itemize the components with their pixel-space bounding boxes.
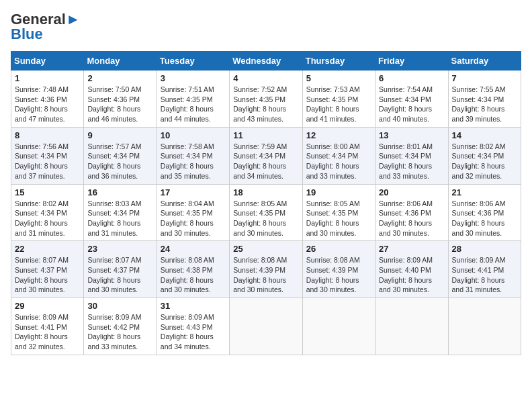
day-info: Sunrise: 8:03 AMSunset: 4:34 PMDaylight:… [87,199,152,238]
day-info: Sunrise: 7:55 AMSunset: 4:34 PMDaylight:… [452,85,517,124]
day-info: Sunrise: 8:08 AMSunset: 4:39 PMDaylight:… [233,255,298,295]
calendar-cell: 27Sunrise: 8:09 AMSunset: 4:40 PMDayligh… [375,241,448,298]
day-number: 20 [379,187,444,197]
page-header: General► Blue [11,11,521,43]
day-number: 8 [15,130,80,140]
calendar: SundayMondayTuesdayWednesdayThursdayFrid… [11,51,521,355]
calendar-cell: 6Sunrise: 7:54 AMSunset: 4:34 PMDaylight… [375,71,448,128]
logo-blue: Blue [11,26,43,43]
weekday-header-row: SundayMondayTuesdayWednesdayThursdayFrid… [11,52,521,71]
day-info: Sunrise: 7:51 AMSunset: 4:35 PMDaylight:… [161,85,226,124]
day-number: 27 [379,244,444,254]
weekday-header-wednesday: Wednesday [230,52,302,71]
day-info: Sunrise: 8:08 AMSunset: 4:39 PMDaylight:… [306,255,371,295]
day-number: 25 [233,244,298,254]
calendar-cell: 29Sunrise: 8:09 AMSunset: 4:41 PMDayligh… [11,298,84,355]
day-info: Sunrise: 8:09 AMSunset: 4:41 PMDaylight:… [15,312,80,352]
calendar-cell: 12Sunrise: 8:00 AMSunset: 4:34 PMDayligh… [302,127,375,184]
day-info: Sunrise: 8:06 AMSunset: 4:36 PMDaylight:… [452,199,517,238]
calendar-cell: 2Sunrise: 7:50 AMSunset: 4:36 PMDaylight… [84,71,157,128]
day-number: 4 [233,73,298,83]
day-info: Sunrise: 8:05 AMSunset: 4:35 PMDaylight:… [306,199,371,238]
calendar-cell: 10Sunrise: 7:58 AMSunset: 4:34 PMDayligh… [157,127,229,184]
calendar-cell: 14Sunrise: 8:02 AMSunset: 4:34 PMDayligh… [448,127,521,184]
day-number: 11 [233,130,298,140]
calendar-cell: 22Sunrise: 8:07 AMSunset: 4:37 PMDayligh… [11,241,84,298]
day-info: Sunrise: 8:07 AMSunset: 4:37 PMDaylight:… [87,255,152,295]
day-info: Sunrise: 7:58 AMSunset: 4:34 PMDaylight:… [161,142,226,181]
day-number: 7 [452,73,517,83]
day-number: 5 [306,73,371,83]
day-number: 22 [15,244,80,254]
calendar-cell: 4Sunrise: 7:52 AMSunset: 4:35 PMDaylight… [230,71,302,128]
weekday-header-thursday: Thursday [302,52,375,71]
calendar-cell: 18Sunrise: 8:05 AMSunset: 4:35 PMDayligh… [230,184,302,241]
day-info: Sunrise: 8:09 AMSunset: 4:41 PMDaylight:… [452,255,517,295]
day-number: 21 [452,187,517,197]
calendar-cell: 26Sunrise: 8:08 AMSunset: 4:39 PMDayligh… [302,241,375,298]
calendar-cell: 23Sunrise: 8:07 AMSunset: 4:37 PMDayligh… [84,241,157,298]
day-number: 31 [161,301,226,311]
calendar-cell: 19Sunrise: 8:05 AMSunset: 4:35 PMDayligh… [302,184,375,241]
day-info: Sunrise: 8:09 AMSunset: 4:40 PMDaylight:… [379,255,444,295]
day-info: Sunrise: 8:06 AMSunset: 4:36 PMDaylight:… [379,199,444,238]
calendar-cell: 24Sunrise: 8:08 AMSunset: 4:38 PMDayligh… [157,241,229,298]
day-number: 23 [87,244,152,254]
calendar-cell [302,298,375,355]
day-info: Sunrise: 7:53 AMSunset: 4:35 PMDaylight:… [306,85,371,124]
calendar-cell: 20Sunrise: 8:06 AMSunset: 4:36 PMDayligh… [375,184,448,241]
day-number: 16 [87,187,152,197]
day-number: 26 [306,244,371,254]
calendar-cell: 17Sunrise: 8:04 AMSunset: 4:35 PMDayligh… [157,184,229,241]
calendar-cell: 21Sunrise: 8:06 AMSunset: 4:36 PMDayligh… [448,184,521,241]
day-info: Sunrise: 8:08 AMSunset: 4:38 PMDaylight:… [161,255,226,295]
day-number: 13 [379,130,444,140]
day-number: 2 [87,73,152,83]
day-info: Sunrise: 8:09 AMSunset: 4:43 PMDaylight:… [161,312,226,352]
day-info: Sunrise: 8:01 AMSunset: 4:34 PMDaylight:… [379,142,444,181]
day-info: Sunrise: 8:02 AMSunset: 4:34 PMDaylight:… [15,199,80,238]
weekday-header-friday: Friday [375,52,448,71]
day-info: Sunrise: 8:05 AMSunset: 4:35 PMDaylight:… [233,199,298,238]
day-info: Sunrise: 8:00 AMSunset: 4:34 PMDaylight:… [306,142,371,181]
week-row-4: 22Sunrise: 8:07 AMSunset: 4:37 PMDayligh… [11,241,521,298]
day-number: 15 [15,187,80,197]
day-number: 14 [452,130,517,140]
calendar-cell: 9Sunrise: 7:57 AMSunset: 4:34 PMDaylight… [84,127,157,184]
day-number: 12 [306,130,371,140]
day-info: Sunrise: 7:56 AMSunset: 4:34 PMDaylight:… [15,142,80,181]
calendar-cell: 30Sunrise: 8:09 AMSunset: 4:42 PMDayligh… [84,298,157,355]
weekday-header-monday: Monday [84,52,157,71]
day-info: Sunrise: 8:07 AMSunset: 4:37 PMDaylight:… [15,255,80,295]
day-info: Sunrise: 8:09 AMSunset: 4:42 PMDaylight:… [87,312,152,352]
day-number: 30 [87,301,152,311]
weekday-header-tuesday: Tuesday [157,52,229,71]
logo: General► Blue [11,11,81,43]
day-number: 18 [233,187,298,197]
day-info: Sunrise: 7:54 AMSunset: 4:34 PMDaylight:… [379,85,444,124]
weekday-header-saturday: Saturday [448,52,521,71]
day-number: 29 [15,301,80,311]
calendar-cell [230,298,302,355]
day-number: 28 [452,244,517,254]
calendar-cell: 16Sunrise: 8:03 AMSunset: 4:34 PMDayligh… [84,184,157,241]
day-number: 24 [161,244,226,254]
calendar-cell: 7Sunrise: 7:55 AMSunset: 4:34 PMDaylight… [448,71,521,128]
day-info: Sunrise: 7:48 AMSunset: 4:36 PMDaylight:… [15,85,80,124]
day-number: 9 [87,130,152,140]
week-row-1: 1Sunrise: 7:48 AMSunset: 4:36 PMDaylight… [11,71,521,128]
calendar-cell [375,298,448,355]
calendar-cell [448,298,521,355]
calendar-cell: 8Sunrise: 7:56 AMSunset: 4:34 PMDaylight… [11,127,84,184]
day-number: 19 [306,187,371,197]
calendar-cell: 3Sunrise: 7:51 AMSunset: 4:35 PMDaylight… [157,71,229,128]
calendar-cell: 25Sunrise: 8:08 AMSunset: 4:39 PMDayligh… [230,241,302,298]
day-info: Sunrise: 7:57 AMSunset: 4:34 PMDaylight:… [87,142,152,181]
calendar-cell: 5Sunrise: 7:53 AMSunset: 4:35 PMDaylight… [302,71,375,128]
day-number: 10 [161,130,226,140]
calendar-cell: 28Sunrise: 8:09 AMSunset: 4:41 PMDayligh… [448,241,521,298]
calendar-cell: 11Sunrise: 7:59 AMSunset: 4:34 PMDayligh… [230,127,302,184]
calendar-cell: 1Sunrise: 7:48 AMSunset: 4:36 PMDaylight… [11,71,84,128]
calendar-cell: 31Sunrise: 8:09 AMSunset: 4:43 PMDayligh… [157,298,229,355]
day-info: Sunrise: 7:52 AMSunset: 4:35 PMDaylight:… [233,85,298,124]
